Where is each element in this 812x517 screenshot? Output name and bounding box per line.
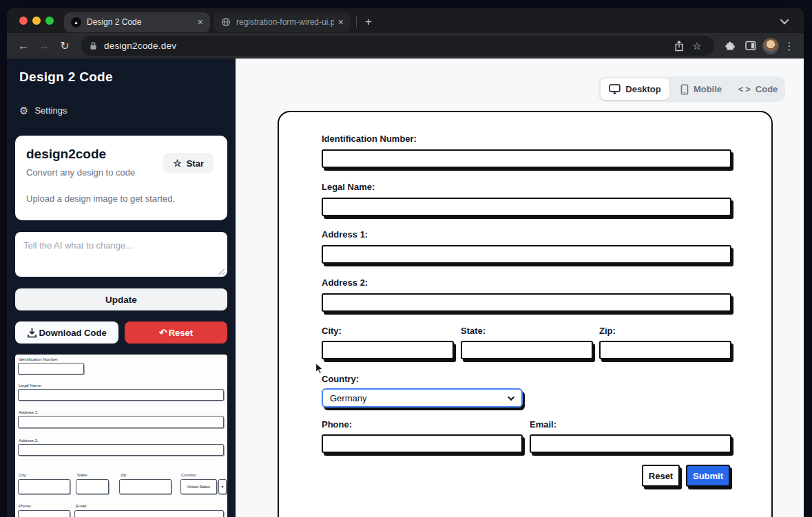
input-city[interactable] bbox=[322, 341, 454, 359]
preview-input-phone bbox=[18, 510, 70, 517]
input-address2[interactable] bbox=[322, 293, 731, 312]
app-title: Design 2 Code bbox=[19, 70, 113, 85]
label-state: State: bbox=[461, 326, 486, 336]
input-address1[interactable] bbox=[322, 245, 731, 264]
design-preview-thumbnail: Identification Number: Legal Name: Addre… bbox=[15, 355, 227, 517]
forward-button[interactable]: → bbox=[34, 36, 54, 56]
preview-country-select: United States bbox=[180, 479, 217, 494]
toggle-code[interactable]: <> Code bbox=[733, 78, 783, 100]
tab-close-icon[interactable]: × bbox=[198, 17, 203, 28]
window-zoom-button[interactable] bbox=[45, 17, 54, 25]
preview-dropdown-arrow-icon: ▼ bbox=[218, 479, 227, 494]
extensions-button[interactable] bbox=[721, 37, 739, 55]
toggle-mobile-label: Mobile bbox=[694, 84, 722, 94]
label-city: City: bbox=[322, 326, 342, 336]
new-tab-button[interactable]: + bbox=[360, 13, 377, 31]
input-email[interactable] bbox=[530, 434, 731, 453]
preview-label-phone: Phone: bbox=[19, 504, 32, 508]
tab-title: Design 2 Code bbox=[87, 17, 194, 27]
url-text: design2code.dev bbox=[104, 41, 670, 51]
input-legal-name[interactable] bbox=[322, 198, 731, 216]
preview-input-address1 bbox=[18, 416, 224, 428]
form-submit-button[interactable]: Submit bbox=[686, 465, 730, 487]
preview-input-legal-name bbox=[18, 389, 224, 401]
settings-label: Settings bbox=[34, 105, 67, 116]
sidebar-reset-button[interactable]: ↶ Reset bbox=[125, 321, 227, 344]
label-address1: Address 1: bbox=[322, 229, 368, 240]
mobile-phone-icon bbox=[680, 84, 689, 95]
sidebar: Design 2 Code ⚙ Settings design2code Con… bbox=[7, 59, 236, 517]
tab-search-chevron-icon[interactable] bbox=[780, 15, 789, 24]
preview-input-city bbox=[18, 479, 70, 494]
generated-form-card: Identification Number: Legal Name: Addre… bbox=[278, 111, 773, 517]
tab-close-icon[interactable]: × bbox=[338, 17, 344, 28]
star-label: Star bbox=[187, 158, 204, 169]
menu-button[interactable]: ⋮ bbox=[782, 40, 797, 52]
tab-design2code[interactable]: ▲ Design 2 Code × bbox=[64, 12, 210, 32]
window-close-button[interactable] bbox=[19, 17, 28, 25]
share-button[interactable] bbox=[670, 37, 688, 55]
window-minimize-button[interactable] bbox=[32, 17, 41, 25]
country-select[interactable]: Germany bbox=[322, 388, 523, 408]
label-phone: Phone: bbox=[322, 419, 352, 430]
project-card: design2code Convert any design to code ☆… bbox=[15, 136, 227, 220]
star-icon: ☆ bbox=[173, 158, 182, 169]
input-phone[interactable] bbox=[322, 434, 523, 453]
bookmark-star-button[interactable]: ☆ bbox=[688, 37, 706, 55]
star-button[interactable]: ☆ Star bbox=[163, 153, 214, 173]
preview-label-city: City: bbox=[19, 473, 27, 477]
preview-label-legal-name: Legal Name: bbox=[19, 383, 42, 388]
project-tagline: Convert any design to code bbox=[26, 167, 135, 178]
puzzle-icon bbox=[725, 41, 736, 52]
viewport-toggle: Desktop Mobile <> Code bbox=[598, 76, 785, 102]
download-code-button[interactable]: Download Code bbox=[15, 321, 118, 344]
preview-input-zip bbox=[119, 479, 171, 494]
preview-label-zip: Zip: bbox=[121, 473, 127, 477]
settings-button[interactable]: ⚙ Settings bbox=[19, 105, 67, 116]
design2code-favicon-icon: ▲ bbox=[71, 17, 81, 28]
download-label: Download Code bbox=[39, 328, 106, 338]
country-selected-value: Germany bbox=[330, 393, 510, 403]
globe-favicon-icon bbox=[221, 17, 231, 27]
preview-label-email: Email: bbox=[76, 504, 87, 508]
preview-input-email bbox=[74, 510, 224, 517]
tab-title: registration-form-wired-ui.png bbox=[236, 17, 334, 27]
preview-label-country: Country: bbox=[181, 473, 197, 477]
toggle-desktop-label: Desktop bbox=[625, 84, 660, 94]
label-zip: Zip: bbox=[599, 326, 616, 336]
input-zip[interactable] bbox=[599, 341, 731, 359]
ai-prompt-input[interactable] bbox=[15, 232, 227, 277]
input-state[interactable] bbox=[461, 341, 593, 359]
form-reset-button[interactable]: Reset bbox=[642, 465, 680, 487]
browser-toolbar: ← → ↻ design2code.dev ☆ bbox=[7, 33, 804, 59]
preview-label-identification: Identification Number: bbox=[19, 357, 59, 361]
desktop-monitor-icon bbox=[609, 84, 621, 94]
label-email: Email: bbox=[530, 419, 556, 430]
back-button[interactable]: ← bbox=[14, 36, 33, 56]
preview-label-state: State: bbox=[77, 473, 88, 477]
preview-country-value: United States bbox=[181, 480, 216, 494]
tab-divider bbox=[356, 17, 357, 28]
toggle-code-label: Code bbox=[756, 84, 778, 94]
side-panel-button[interactable] bbox=[742, 37, 760, 55]
preview-label-address2: Address 2: bbox=[19, 439, 39, 443]
download-icon bbox=[27, 328, 37, 338]
profile-avatar[interactable] bbox=[762, 38, 779, 54]
screen: ▲ Design 2 Code × registration-form-wire… bbox=[0, 0, 812, 517]
tab-registration-image[interactable]: registration-form-wired-ui.png × bbox=[214, 12, 351, 32]
gear-icon: ⚙ bbox=[19, 105, 28, 116]
toolbar-actions: ⋮ bbox=[721, 37, 797, 55]
label-address2: Address 2: bbox=[322, 277, 368, 288]
label-country: Country: bbox=[322, 374, 359, 384]
address-bar[interactable]: design2code.dev ☆ bbox=[81, 36, 714, 56]
input-identification[interactable] bbox=[322, 149, 731, 168]
preview-label-address1: Address 1: bbox=[19, 410, 39, 414]
side-panel-icon bbox=[745, 41, 756, 51]
undo-icon: ↶ bbox=[159, 328, 167, 337]
toggle-mobile[interactable]: Mobile bbox=[669, 78, 733, 100]
reload-button[interactable]: ↻ bbox=[55, 36, 74, 56]
preview-input-identification bbox=[18, 363, 84, 374]
label-legal-name: Legal Name: bbox=[322, 182, 375, 192]
toggle-desktop[interactable]: Desktop bbox=[601, 78, 669, 100]
update-button[interactable]: Update bbox=[15, 288, 227, 310]
